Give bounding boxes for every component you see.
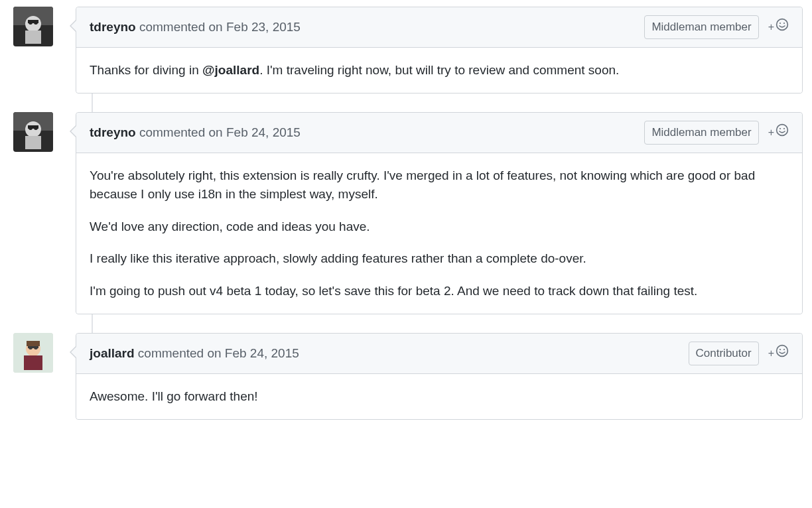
comment-body: Thanks for diving in @joallard. I'm trav…	[76, 48, 802, 94]
comment-date-prefix: on	[207, 346, 221, 360]
svg-point-15	[29, 126, 33, 130]
plus-icon: +	[768, 19, 774, 35]
comment-author-link[interactable]: joallard	[90, 346, 135, 360]
role-badge: Middleman member	[644, 15, 758, 39]
comment-author-link[interactable]: tdreyno	[90, 20, 136, 34]
comment-verb: commented	[138, 346, 204, 360]
comment-verb: commented	[139, 20, 205, 34]
comment-header: tdreyno commented on Feb 24, 2015Middlem…	[76, 113, 802, 153]
smiley-icon	[776, 123, 789, 143]
comment-date-link[interactable]: Feb 23, 2015	[226, 20, 301, 34]
avatar[interactable]	[13, 7, 53, 46]
svg-point-7	[777, 19, 788, 30]
comment-meta: joallard commented on Feb 24, 2015	[90, 344, 689, 363]
comment-timeline: tdreyno commented on Feb 23, 2015Middlem…	[7, 7, 803, 420]
role-badge: Middleman member	[644, 121, 758, 145]
comment-verb: commented	[139, 125, 205, 139]
comment-date-prefix: on	[209, 20, 223, 34]
svg-rect-22	[24, 355, 42, 370]
comment: joallard commented on Feb 24, 2015Contri…	[76, 333, 803, 420]
comment-date-prefix: on	[209, 125, 223, 139]
comment-paragraph: I really like this iterative approach, s…	[90, 249, 789, 269]
svg-point-18	[779, 127, 781, 129]
svg-point-5	[29, 21, 33, 25]
comment-body: Awesome. I'll go forward then!	[76, 374, 802, 420]
smiley-icon	[776, 18, 789, 37]
svg-rect-26	[27, 341, 40, 346]
comment-paragraph: Awesome. I'll go forward then!	[90, 387, 789, 407]
add-reaction-button[interactable]: +	[768, 18, 789, 37]
add-reaction-button[interactable]: +	[768, 123, 789, 143]
svg-point-16	[34, 126, 38, 130]
smiley-icon	[776, 344, 789, 363]
plus-icon: +	[768, 346, 774, 361]
avatar[interactable]	[13, 112, 53, 152]
comment-box: joallard commented on Feb 24, 2015Contri…	[76, 333, 803, 420]
comment-paragraph: You're absolutely right, this extension …	[90, 166, 789, 204]
svg-point-28	[779, 348, 781, 349]
svg-point-12	[25, 121, 41, 137]
svg-point-29	[783, 348, 785, 349]
comment-box: tdreyno commented on Feb 24, 2015Middlem…	[76, 112, 803, 314]
svg-point-17	[777, 124, 788, 135]
svg-rect-13	[25, 136, 41, 149]
svg-point-6	[34, 21, 38, 25]
comment-date-link[interactable]: Feb 24, 2015	[226, 125, 301, 139]
svg-point-27	[777, 345, 788, 356]
comment-header: joallard commented on Feb 24, 2015Contri…	[76, 334, 802, 374]
comment-paragraph: We'd love any direction, code and ideas …	[90, 218, 789, 237]
svg-point-9	[783, 22, 785, 23]
add-reaction-button[interactable]: +	[768, 344, 789, 363]
avatar[interactable]	[13, 333, 53, 373]
svg-rect-3	[25, 31, 41, 44]
text: Thanks for diving in	[90, 63, 202, 77]
comment-paragraph: Thanks for diving in @joallard. I'm trav…	[90, 61, 789, 80]
comment-date-link[interactable]: Feb 24, 2015	[225, 346, 299, 360]
comment-meta: tdreyno commented on Feb 24, 2015	[90, 123, 644, 143]
comment-meta: tdreyno commented on Feb 23, 2015	[90, 18, 644, 37]
text: . I'm traveling right now, but will try …	[259, 63, 619, 77]
comment-box: tdreyno commented on Feb 23, 2015Middlem…	[76, 7, 803, 94]
svg-point-8	[779, 22, 781, 23]
user-mention-link[interactable]: @joallard	[202, 63, 259, 77]
svg-point-2	[25, 16, 41, 32]
svg-point-19	[783, 127, 785, 129]
role-badge: Contributor	[689, 342, 759, 365]
comment-author-link[interactable]: tdreyno	[90, 125, 136, 139]
comment: tdreyno commented on Feb 24, 2015Middlem…	[76, 112, 803, 314]
comment-paragraph: I'm going to push out v4 beta 1 today, s…	[90, 282, 789, 301]
comment: tdreyno commented on Feb 23, 2015Middlem…	[76, 7, 803, 94]
plus-icon: +	[768, 125, 774, 141]
comment-body: You're absolutely right, this extension …	[76, 153, 802, 314]
comment-header: tdreyno commented on Feb 23, 2015Middlem…	[76, 7, 802, 48]
